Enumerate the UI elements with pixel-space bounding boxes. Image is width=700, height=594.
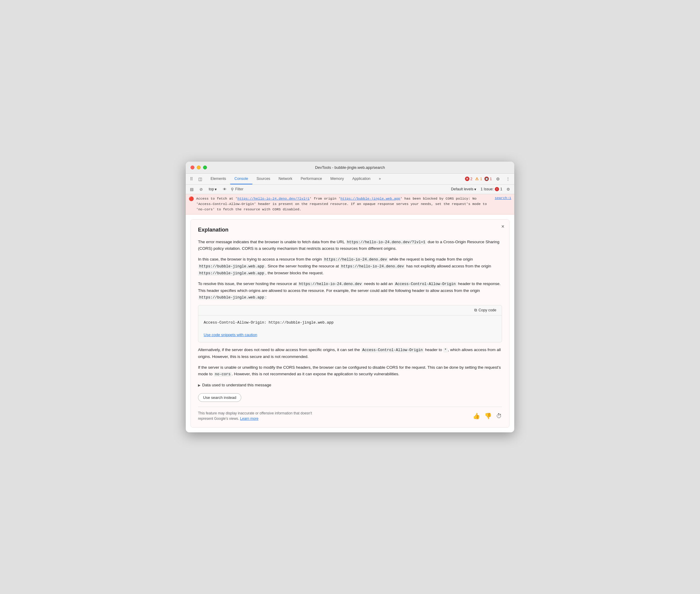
eye-icon[interactable]: 👁 [221,186,229,193]
para2-mid1: while the request is being made from the… [388,257,473,261]
content-area: 🔴 Access to fetch at 'https://hello-io-2… [186,194,514,428]
code-block-wrapper: ⧉ Copy code Access-Control-Allow-Origin:… [198,305,502,342]
para2-code2: https://bubble-jingle.web.app [198,264,266,269]
warning-icon: ⚠ [475,176,479,181]
explanation-panel: Explanation × The error message indicate… [190,219,510,428]
element-picker-icon[interactable]: ◫ [197,175,204,183]
error-badge[interactable]: ✕ 2 [465,176,473,181]
para2-code3: https://hello-io-24.deno.dev [340,264,405,269]
sub-toolbar: ▤ ⊘ top ▾ 👁 ⚲ Filter Default levels ▾ 1 … [186,185,514,194]
default-levels-label: Default levels [451,187,473,191]
para3-start: To resolve this issue, the server hostin… [198,282,298,286]
maximize-traffic-light[interactable] [203,166,207,169]
error-source-link[interactable]: search:1 [495,196,511,200]
para2-mid2: . Since the server hosting the resource … [266,264,340,268]
warning-badge[interactable]: ⚠ 1 [475,176,482,181]
para2-code1: https://hello-io-24.deno.dev [323,257,388,262]
error-url1[interactable]: https://hello-io-24.deno.dev/?lvl=1 [237,197,310,200]
error-bar: 🔴 Access to fetch at 'https://hello-io-2… [186,194,514,214]
copy-label: Copy code [479,308,496,312]
para5-end: . However, this is not recommended as it… [232,372,399,376]
thumbs-up-button[interactable]: 👍 [473,412,480,420]
chevron-down-icon: ▾ [474,187,476,192]
tab-console[interactable]: Console [230,174,252,184]
explanation-para5: If the server is unable or unwilling to … [198,364,502,378]
title-bar: DevTools - bubble-jingle.web.app/search [186,162,514,174]
copy-code-button[interactable]: ⧉ Copy code [472,307,499,314]
para5-code: no-cors [214,372,232,377]
learn-more-link[interactable]: Learn more [240,417,258,421]
para2-code4: https://bubble-jingle.web.app [198,271,266,276]
tab-elements[interactable]: Elements [206,174,230,184]
tab-icons: ⠿ ◫ [188,175,204,183]
cursor-icon[interactable]: ⠿ [188,175,195,183]
traffic-lights [190,166,207,169]
window-title: DevTools - bubble-jingle.web.app/search [315,165,385,170]
para3-code1: https://hello-io-24.deno.dev [298,282,363,287]
top-label: top [209,187,214,191]
issue-icon: ! [495,187,499,191]
para2-start: In this case, the browser is trying to a… [198,257,323,261]
data-toggle-label: Data used to understand this message [202,382,271,389]
triangle-right-icon: ▶ [198,383,200,388]
data-toggle[interactable]: ▶ Data used to understand this message [198,382,502,389]
settings-icon[interactable]: ⚙ [494,175,502,183]
para1-text: The error message indicates that the bro… [198,240,346,244]
para3-mid1: needs to add an [363,282,394,286]
context-selector[interactable]: top ▾ [207,186,219,192]
close-button[interactable]: × [501,224,504,229]
tab-more[interactable]: » [375,174,385,184]
chevron-down-icon: ▾ [215,187,217,192]
data-section: ▶ Data used to understand this message [198,382,502,389]
flag-button[interactable]: ⏱ [496,412,502,420]
thumbs-down-button[interactable]: 👎 [484,412,492,420]
info-badge[interactable]: 🔲 1 [484,176,492,181]
tab-network[interactable]: Network [274,174,296,184]
footer-actions: 👍 👎 ⏱ [473,412,502,420]
issue-count: 1 [500,187,502,191]
clear-icon[interactable]: ⊘ [198,186,205,193]
devtools-window: DevTools - bubble-jingle.web.app/search … [186,162,514,433]
use-search-section: Use search instead [198,392,502,402]
error-message-text: Access to fetch at 'https://hello-io-24.… [196,196,492,212]
para2-mid3: has not explicitly allowed access from t… [405,264,491,268]
sidebar-toggle-icon[interactable]: ▤ [188,186,195,193]
tab-sources[interactable]: Sources [252,174,274,184]
footer-disclaimer: This feature may display inaccurate or o… [198,410,317,421]
settings2-icon[interactable]: ⚙ [505,186,512,193]
close-traffic-light[interactable] [190,166,195,169]
minimize-traffic-light[interactable] [197,166,201,169]
tab-bar: ⠿ ◫ Elements Console Sources Network Per… [186,174,514,185]
error-circle-icon: 🔴 [189,196,194,201]
para3-code3: https://bubble-jingle.web.app [198,295,266,300]
para1-code: https://hello-io-24.deno.dev/?lvl=1 [346,240,427,245]
default-levels-button[interactable]: Default levels ▾ [449,186,478,192]
more-icon[interactable]: ⋮ [504,175,512,183]
tab-performance[interactable]: Performance [296,174,326,184]
use-search-button[interactable]: Use search instead [198,393,241,402]
filter-label: Filter [235,187,243,191]
caution-link[interactable]: Use code snippets with caution [204,331,257,338]
code-block: Access-Control-Allow-Origin: https://bub… [198,316,502,330]
issue-area[interactable]: 1 Issue: ! 1 [481,187,502,191]
badge-area: ✕ 2 ⚠ 1 🔲 1 ⚙ ⋮ [465,175,512,183]
issue-label: 1 Issue: [481,187,494,191]
footer-row: This feature may display inaccurate or o… [198,407,502,421]
para4-mid: header to [424,348,444,352]
para2-end: , the browser blocks the request. [266,271,324,275]
tab-application[interactable]: Application [348,174,375,184]
tab-memory[interactable]: Memory [326,174,348,184]
error-url2[interactable]: https://bubble-jingle.web.app [341,197,400,200]
para4-start: Alternatively, if the server does not ne… [198,348,361,352]
explanation-para2: In this case, the browser is trying to a… [198,256,502,276]
error-icon: ✕ [465,176,469,181]
explanation-para4: Alternatively, if the server does not ne… [198,346,502,360]
para3-code2: Access-Control-Allow-Origin [394,282,457,287]
filter-icon: ⚲ [231,187,234,192]
error-text-before: Access to fetch at ' [196,197,237,200]
explanation-para1: The error message indicates that the bro… [198,239,502,252]
para4-code: Access-Control-Allow-Origin [361,348,424,353]
code-block-header: ⧉ Copy code [198,305,502,316]
error-text-middle: ' from origin ' [310,197,341,200]
code-snippet: Access-Control-Allow-Origin: https://bub… [204,321,334,325]
